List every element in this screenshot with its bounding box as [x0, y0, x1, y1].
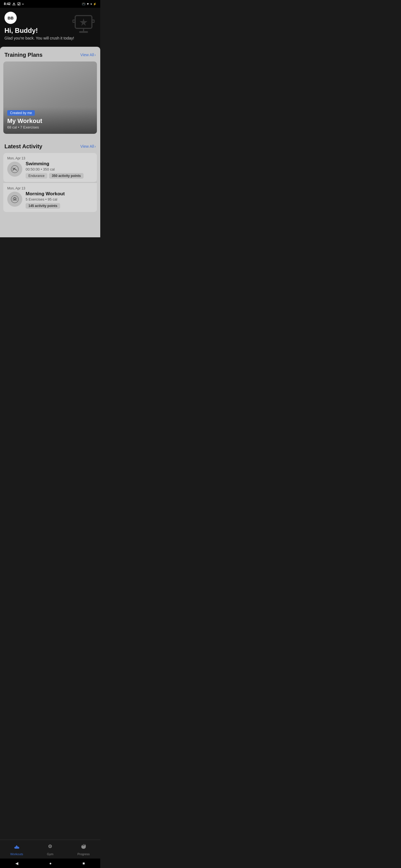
training-card-overlay: Created by me My Workout 68 cal • 7 Exer…	[3, 107, 97, 134]
training-plans-header: Training Plans View All ›	[0, 47, 100, 61]
latest-activity-title: Latest Activity	[4, 143, 42, 150]
morning-workout-icon	[7, 192, 22, 207]
activity-divider	[3, 182, 97, 183]
latest-activity-section: Latest Activity View All › Mon, Apr 13 S…	[0, 138, 100, 215]
status-bar: 8:42 ⚠ ☑ ● 📳 ▼ ▾ ⚡	[0, 0, 100, 8]
svg-line-11	[13, 197, 14, 198]
avatar: BB	[4, 12, 17, 24]
svg-line-12	[16, 197, 17, 198]
svg-point-8	[14, 197, 16, 199]
tag-endurance: Endurance	[26, 173, 47, 179]
battery-icon: ⚡	[93, 2, 96, 6]
header-section: BB Hi, Buddy! Glad you're back. You will…	[0, 8, 100, 47]
latest-activity-view-all[interactable]: View All ›	[81, 144, 96, 149]
activity-duration-swimming: 00:50:00 • 350 cal	[26, 167, 93, 172]
activity-info-morning: Morning Workout 5 Exercises • 95 cal 145…	[26, 191, 93, 209]
activity-duration-morning: 5 Exercises • 95 cal	[26, 197, 93, 202]
activity-date-morning: Mon, Apr 13	[7, 186, 93, 190]
activity-name-morning: Morning Workout	[26, 191, 93, 197]
clipboard-icon: ☑	[17, 2, 21, 6]
vibrate-icon: 📳	[82, 2, 85, 6]
tag-points-morning: 145 activity points	[26, 203, 60, 209]
tag-points-swimming: 350 activity points	[49, 173, 84, 179]
training-plans-view-all[interactable]: View All ›	[81, 53, 96, 57]
dot-icon: ●	[22, 3, 24, 5]
trophy-icon	[73, 13, 95, 37]
wifi-icon: ▾	[90, 2, 92, 6]
activity-card-swimming[interactable]: Mon, Apr 13 Swimming 00:50:00 • 350 cal …	[3, 153, 97, 182]
workout-name: My Workout	[7, 117, 93, 125]
status-left: 8:42 ⚠ ☑ ●	[4, 2, 24, 6]
svg-marker-3	[80, 18, 87, 26]
training-plans-title: Training Plans	[4, 52, 42, 58]
activity-tags-swimming: Endurance 350 activity points	[26, 173, 93, 179]
svg-rect-2	[79, 31, 88, 33]
activity-info-swimming: Swimming 00:50:00 • 350 cal Endurance 35…	[26, 161, 93, 179]
swimming-icon	[7, 162, 22, 177]
main-content: Training Plans View All › Created by me …	[0, 47, 100, 237]
activity-tags-morning: 145 activity points	[26, 203, 93, 209]
workout-meta: 68 cal • 7 Exercises	[7, 125, 93, 129]
training-plan-card[interactable]: Created by me My Workout 68 cal • 7 Exer…	[3, 61, 97, 134]
activity-card-morning[interactable]: Mon, Apr 13	[3, 183, 97, 212]
status-right: 📳 ▼ ▾ ⚡	[82, 2, 96, 6]
alert-icon: ⚠	[12, 2, 16, 6]
activity-name-swimming: Swimming	[26, 161, 93, 167]
activity-date-swimming: Mon, Apr 13	[7, 156, 93, 160]
signal-icon: ▼	[86, 2, 89, 6]
status-time: 8:42	[4, 2, 10, 6]
latest-activity-header: Latest Activity View All ›	[0, 138, 100, 153]
created-by-me-badge: Created by me	[7, 110, 35, 116]
activity-row-morning: Morning Workout 5 Exercises • 95 cal 145…	[7, 191, 93, 209]
svg-point-7	[11, 195, 18, 203]
activity-row-swimming: Swimming 00:50:00 • 350 cal Endurance 35…	[7, 161, 93, 179]
